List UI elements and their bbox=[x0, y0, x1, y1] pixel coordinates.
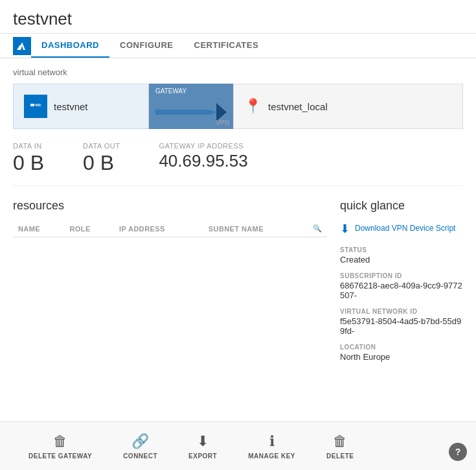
svg-rect-2 bbox=[30, 104, 34, 106]
delete-gateway-button[interactable]: 🗑 DELETE GATEWAY bbox=[13, 422, 108, 470]
location-value: North Europe bbox=[340, 352, 463, 362]
delete-gateway-icon: 🗑 bbox=[53, 433, 67, 450]
subscription-id-value: 68676218-aec8-409a-9cc9-9772507- bbox=[340, 281, 463, 300]
status-value: Created bbox=[340, 255, 463, 264]
export-label: EXPORT bbox=[188, 452, 217, 460]
net-box-right: 📍 testvnet_local bbox=[233, 84, 463, 129]
data-in-label: DATA IN bbox=[13, 142, 44, 150]
network-diagram: testvnet GATEWAY VPN 📍 testvnet_local bbox=[13, 84, 463, 129]
quick-glance-title: quick glance bbox=[340, 199, 463, 213]
svg-rect-3 bbox=[37, 104, 41, 106]
connect-icon: 🔗 bbox=[131, 433, 149, 450]
gateway-ip-value: 40.69.95.53 bbox=[159, 151, 247, 171]
location-pin-icon: 📍 bbox=[244, 98, 262, 115]
vnet-icon bbox=[24, 95, 47, 118]
delete-button[interactable]: 🗑 DELETE bbox=[311, 422, 369, 470]
resources-title: resources bbox=[13, 199, 327, 213]
virtual-network-id-label: VIRTUAL NETWORK ID bbox=[340, 308, 463, 315]
qg-status: STATUS Created bbox=[340, 246, 463, 264]
delete-icon: 🗑 bbox=[333, 433, 347, 450]
col-name: NAME bbox=[13, 220, 65, 237]
connect-label: CONNECT bbox=[123, 452, 157, 460]
manage-key-button[interactable]: ℹ MANAGE KEY bbox=[232, 422, 311, 470]
resources-section: resources NAME ROLE IP ADDRESS SUBNET NA… bbox=[13, 199, 463, 370]
status-label: STATUS bbox=[340, 246, 463, 253]
resources-panel: resources NAME ROLE IP ADDRESS SUBNET NA… bbox=[13, 199, 327, 370]
stat-data-out: DATA OUT 0 B bbox=[83, 142, 120, 175]
col-role: ROLE bbox=[65, 220, 115, 237]
connect-button[interactable]: 🔗 CONNECT bbox=[108, 422, 173, 470]
vpn-label: VPN bbox=[216, 119, 229, 126]
col-ip: IP ADDRESS bbox=[114, 220, 203, 237]
download-vpn-link[interactable]: ⬇ Download VPN Device Script bbox=[340, 222, 463, 236]
delete-gateway-label: DELETE GATEWAY bbox=[28, 452, 92, 460]
qg-location: LOCATION North Europe bbox=[340, 344, 463, 362]
gateway-label: GATEWAY bbox=[155, 88, 187, 95]
resources-table: NAME ROLE IP ADDRESS SUBNET NAME 🔍 bbox=[13, 220, 327, 237]
stat-gateway-ip: GATEWAY IP ADDRESS 40.69.95.53 bbox=[159, 142, 247, 175]
location-label: LOCATION bbox=[340, 344, 463, 351]
net-box-left: testvnet bbox=[13, 84, 149, 129]
section-label: virtual network bbox=[13, 67, 463, 77]
delete-label: DELETE bbox=[326, 452, 354, 460]
manage-key-icon: ℹ bbox=[269, 433, 275, 450]
gateway-box: GATEWAY VPN bbox=[149, 84, 233, 129]
page-header: testvnet bbox=[0, 0, 476, 34]
qg-virtual-network-id: VIRTUAL NETWORK ID f5e53791-8504-4ad5-b7… bbox=[340, 308, 463, 336]
bottom-toolbar: 🗑 DELETE GATEWAY 🔗 CONNECT ⬇ EXPORT ℹ MA… bbox=[0, 421, 476, 470]
main-content: virtual network testvnet GATEWAY VPN 📍 t bbox=[0, 58, 476, 423]
subscription-id-label: SUBSCRIPTION ID bbox=[340, 272, 463, 279]
tab-certificates[interactable]: CERTIFICATES bbox=[184, 34, 269, 58]
download-vpn-text: Download VPN Device Script bbox=[355, 224, 455, 234]
svg-marker-4 bbox=[34, 104, 37, 106]
download-icon: ⬇ bbox=[340, 222, 350, 236]
export-button[interactable]: ⬇ EXPORT bbox=[173, 422, 232, 470]
azure-icon bbox=[13, 37, 31, 55]
qg-subscription-id: SUBSCRIPTION ID 68676218-aec8-409a-9cc9-… bbox=[340, 272, 463, 300]
table-search-icon[interactable]: 🔍 bbox=[308, 220, 327, 237]
col-subnet: SUBNET NAME bbox=[203, 220, 308, 237]
data-out-label: DATA OUT bbox=[83, 142, 120, 150]
stats-row: DATA IN 0 B DATA OUT 0 B GATEWAY IP ADDR… bbox=[13, 142, 463, 186]
vnet-name: testvnet bbox=[54, 101, 88, 112]
data-out-value: 0 B bbox=[83, 151, 120, 175]
quick-glance-panel: quick glance ⬇ Download VPN Device Scrip… bbox=[340, 199, 463, 370]
export-icon: ⬇ bbox=[197, 433, 209, 450]
tab-dashboard[interactable]: DASHBOARD bbox=[31, 34, 109, 58]
manage-key-label: MANAGE KEY bbox=[248, 452, 295, 460]
gateway-ip-label: GATEWAY IP ADDRESS bbox=[159, 142, 247, 150]
data-in-value: 0 B bbox=[13, 151, 44, 175]
help-button[interactable]: ? bbox=[449, 443, 467, 461]
local-network-name: testvnet_local bbox=[268, 101, 328, 112]
virtual-network-id-value: f5e53791-8504-4ad5-b7bd-55d99fd- bbox=[340, 316, 463, 336]
page-title: testvnet bbox=[13, 9, 463, 29]
stat-data-in: DATA IN 0 B bbox=[13, 142, 44, 175]
tab-configure[interactable]: CONFIGURE bbox=[109, 34, 184, 58]
nav-tabs: DASHBOARD CONFIGURE CERTIFICATES bbox=[0, 34, 476, 58]
